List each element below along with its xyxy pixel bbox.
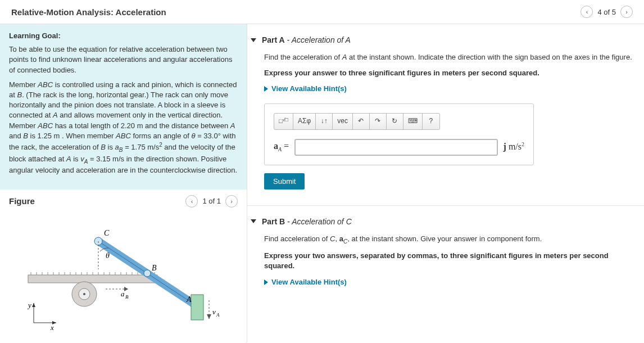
part-a-answer-box: □√□ ΑΣφ ↓↑ vec ↶ ↷ ↻ ⌨ ? aA = <box>264 103 534 165</box>
part-a-lhs: aA = <box>274 140 289 154</box>
svg-text:C: C <box>104 229 110 237</box>
svg-marker-37 <box>207 314 211 319</box>
tool-redo[interactable]: ↷ <box>370 114 387 129</box>
collapse-part-a-icon[interactable] <box>251 38 256 42</box>
svg-marker-35 <box>124 287 128 291</box>
part-a-hints-link[interactable]: View Available Hint(s) <box>264 84 633 94</box>
learning-goal-p1: To be able to use the equation for relat… <box>9 44 238 75</box>
part-b-hints-link[interactable]: View Available Hint(s) <box>264 277 633 287</box>
figure-diagram: C θ B A aB vA x y <box>0 213 247 339</box>
svg-text:B: B <box>152 264 157 272</box>
learning-goal-p2: Member ABC is controlled using a rack an… <box>9 80 238 176</box>
prev-question-button[interactable]: ‹ <box>580 6 593 18</box>
svg-text:B: B <box>125 294 129 300</box>
svg-text:y: y <box>27 301 31 309</box>
chevron-right-icon <box>264 279 268 285</box>
svg-marker-41 <box>32 303 35 307</box>
question-pager: ‹ 4 of 5 › <box>580 6 633 18</box>
tool-templates[interactable]: □√□ <box>274 114 293 129</box>
svg-text:A: A <box>216 312 219 318</box>
tool-reset[interactable]: ↻ <box>387 114 403 129</box>
tool-vector[interactable]: vec <box>333 114 353 129</box>
svg-rect-32 <box>191 295 203 320</box>
next-question-button[interactable]: › <box>620 6 633 18</box>
part-b: Part B - Acceleration of C Find accelera… <box>264 217 633 287</box>
svg-text:θ: θ <box>106 251 110 260</box>
svg-text:x: x <box>50 323 54 331</box>
part-b-title: Part B - Acceleration of C <box>262 217 352 226</box>
svg-text:a: a <box>121 290 125 298</box>
chevron-right-icon <box>264 86 268 92</box>
tool-greek[interactable]: ΑΣφ <box>293 114 316 129</box>
figure-title: Figure <box>9 196 35 206</box>
svg-text:v: v <box>212 308 216 316</box>
learning-goal-panel: Learning Goal: To be able to use the equ… <box>0 24 247 189</box>
part-a-instructions: Express your answer to three significant… <box>264 68 633 78</box>
part-a-title: Part A - Acceleration of A <box>262 35 351 44</box>
figure-prev-button[interactable]: ‹ <box>185 195 198 207</box>
part-b-prompt: Find acceleration of C, aC, at the insta… <box>264 234 633 246</box>
part-a-answer-input[interactable] <box>294 139 497 156</box>
equation-toolbar: □√□ ΑΣφ ↓↑ vec ↶ ↷ ↻ ⌨ ? <box>274 113 440 130</box>
svg-point-30 <box>144 270 151 277</box>
part-a-submit-button[interactable]: Submit <box>264 173 305 189</box>
collapse-part-b-icon[interactable] <box>251 219 256 223</box>
tool-undo[interactable]: ↶ <box>353 114 370 129</box>
part-a: Part A - Acceleration of A Find the acce… <box>264 35 633 189</box>
tool-keyboard[interactable]: ⌨ <box>403 114 423 129</box>
learning-goal-title: Learning Goal: <box>9 31 238 41</box>
figure-next-button[interactable]: › <box>225 195 238 207</box>
svg-text:A: A <box>186 295 192 304</box>
part-a-prompt: Find the acceleration of A at the instan… <box>264 52 633 62</box>
part-a-units: j m/s2 <box>504 141 524 154</box>
part-b-instructions: Express your two answers, separated by c… <box>264 251 633 271</box>
svg-point-26 <box>83 293 85 295</box>
page-title: Relative-Motion Analysis: Acceleration <box>11 7 166 17</box>
figure-pager-label: 1 of 1 <box>202 197 221 205</box>
tool-subsup[interactable]: ↓↑ <box>316 114 333 129</box>
tool-help[interactable]: ? <box>423 114 439 129</box>
svg-rect-0 <box>28 275 157 283</box>
pager-label: 4 of 5 <box>597 8 616 16</box>
